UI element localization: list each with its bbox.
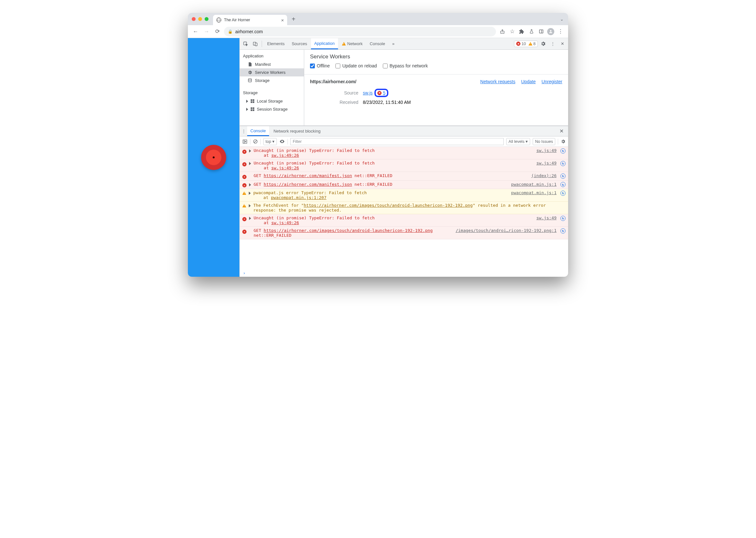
issue-counts[interactable]: ✕10 8 bbox=[514, 41, 538, 47]
source-link[interactable]: https://airhorner.com/images/touch/andro… bbox=[263, 228, 433, 233]
source-link[interactable]: https://airhorner.com/manifest.json bbox=[263, 173, 352, 178]
sidebar-item-service-workers[interactable]: Service Workers bbox=[240, 68, 304, 77]
inspect-icon[interactable] bbox=[241, 39, 250, 48]
tab-elements[interactable]: Elements bbox=[264, 38, 288, 49]
navigate-icon[interactable]: ↻ bbox=[560, 215, 566, 221]
console-row[interactable]: ✕Uncaught (in promise) TypeError: Failed… bbox=[240, 147, 568, 159]
drawer-tab-console[interactable]: Console bbox=[247, 126, 269, 136]
sidebar-item-session-storage[interactable]: Session Storage bbox=[240, 105, 304, 113]
airhorn-button[interactable] bbox=[201, 145, 226, 170]
location-link[interactable]: pwacompat.min.js:1 bbox=[511, 182, 556, 187]
bookmark-icon[interactable]: ☆ bbox=[507, 27, 517, 36]
share-icon[interactable] bbox=[498, 27, 507, 36]
navigate-icon[interactable]: ↻ bbox=[560, 148, 566, 153]
clear-console-icon[interactable] bbox=[253, 139, 258, 144]
sw-origin: https://airhorner.com/ bbox=[310, 79, 356, 84]
location-link[interactable]: sw.js:49 bbox=[536, 161, 556, 165]
reload-button[interactable]: ⟳ bbox=[213, 27, 222, 36]
tab-application[interactable]: Application bbox=[311, 38, 338, 49]
drawer-tab-network-blocking[interactable]: Network request blocking bbox=[270, 126, 324, 136]
tab-network[interactable]: Network bbox=[339, 38, 366, 49]
tabs-more-icon[interactable]: » bbox=[389, 38, 398, 49]
drawer-menu-icon[interactable]: ⋮ bbox=[242, 129, 246, 134]
expand-icon[interactable] bbox=[249, 162, 251, 165]
source-file-link[interactable]: sw.js bbox=[363, 90, 372, 95]
location-link[interactable]: /images/touch/androi…ricon-192-192.png:1 bbox=[456, 228, 556, 233]
new-tab-button[interactable]: + bbox=[289, 16, 298, 23]
expand-icon[interactable] bbox=[249, 149, 251, 153]
tab-sources[interactable]: Sources bbox=[288, 38, 310, 49]
labs-icon[interactable] bbox=[527, 27, 536, 36]
expand-icon[interactable] bbox=[249, 217, 251, 220]
sidebar-item-storage[interactable]: Storage bbox=[240, 77, 304, 84]
navigate-icon[interactable]: ↻ bbox=[560, 182, 566, 188]
error-count-highlight[interactable]: ✕ 5 bbox=[374, 89, 388, 97]
expand-icon[interactable] bbox=[249, 191, 251, 195]
location-link[interactable]: pwacompat.min.js:1 bbox=[511, 190, 556, 195]
close-window-icon[interactable] bbox=[192, 17, 196, 21]
maximize-window-icon[interactable] bbox=[205, 17, 209, 21]
service-workers-panel: Service Workers Offline Update on reload… bbox=[304, 50, 568, 126]
navigate-icon[interactable]: ↻ bbox=[560, 173, 566, 179]
source-link[interactable]: https://airhorner.com/images/touch/andro… bbox=[304, 203, 473, 208]
kebab-icon[interactable]: ⋮ bbox=[548, 39, 557, 48]
grid-icon bbox=[250, 107, 255, 112]
show-sidebar-icon[interactable] bbox=[242, 139, 248, 144]
navigate-icon[interactable]: ↻ bbox=[560, 228, 566, 234]
network-requests-link[interactable]: Network requests bbox=[480, 79, 515, 84]
error-count-link[interactable]: 5 bbox=[383, 90, 385, 95]
close-tab-icon[interactable]: × bbox=[281, 18, 284, 23]
console-settings-icon[interactable] bbox=[561, 139, 566, 144]
error-icon: ✕ bbox=[242, 174, 247, 179]
source-link[interactable]: sw.js:49:26 bbox=[271, 220, 299, 225]
source-link[interactable]: sw.js:49:26 bbox=[271, 165, 299, 170]
source-link[interactable]: pwacompat.min.js:1:207 bbox=[271, 195, 326, 200]
device-toggle-icon[interactable] bbox=[251, 39, 260, 48]
log-levels-selector[interactable]: All levels▾ bbox=[506, 138, 530, 145]
console-prompt[interactable]: › bbox=[240, 269, 568, 277]
side-panel-icon[interactable] bbox=[537, 27, 545, 36]
unregister-link[interactable]: Unregister bbox=[542, 79, 562, 84]
console-row[interactable]: ✕Uncaught (in promise) TypeError: Failed… bbox=[240, 159, 568, 172]
source-link[interactable]: https://airhorner.com/manifest.json bbox=[263, 182, 352, 187]
sidebar-item-manifest[interactable]: Manifest bbox=[240, 60, 304, 68]
tabs-overflow-icon[interactable]: ⌄ bbox=[555, 17, 568, 22]
close-devtools-icon[interactable]: ✕ bbox=[558, 39, 567, 48]
close-drawer-icon[interactable]: ✕ bbox=[557, 128, 566, 134]
console-row[interactable]: ✕GET https://airhorner.com/manifest.json… bbox=[240, 181, 568, 189]
location-link[interactable]: sw.js:49 bbox=[536, 148, 556, 153]
offline-checkbox[interactable]: Offline bbox=[310, 63, 330, 68]
profile-button[interactable] bbox=[546, 27, 555, 36]
back-button[interactable]: ← bbox=[191, 27, 200, 36]
update-on-reload-checkbox[interactable]: Update on reload bbox=[335, 63, 377, 68]
issues-button[interactable]: No Issues bbox=[533, 138, 555, 145]
update-link[interactable]: Update bbox=[521, 79, 536, 84]
expand-icon[interactable] bbox=[249, 204, 251, 207]
filter-input[interactable]: Filter bbox=[290, 138, 504, 145]
tab-console[interactable]: Console bbox=[366, 38, 388, 49]
console-row[interactable]: ✕Uncaught (in promise) TypeError: Failed… bbox=[240, 214, 568, 227]
console-row[interactable]: ✕GET https://airhorner.com/images/touch/… bbox=[240, 227, 568, 239]
sidebar-item-local-storage[interactable]: Local Storage bbox=[240, 97, 304, 105]
console-row[interactable]: pwacompat.js error TypeError: Failed to … bbox=[240, 189, 568, 202]
expand-icon[interactable] bbox=[249, 183, 251, 187]
error-icon: ✕ bbox=[377, 91, 382, 95]
location-link[interactable]: (index):26 bbox=[531, 173, 556, 178]
navigate-icon[interactable]: ↻ bbox=[560, 161, 566, 166]
menu-icon[interactable]: ⋮ bbox=[556, 27, 565, 36]
extensions-icon[interactable] bbox=[517, 27, 526, 36]
console-row[interactable]: The FetchEvent for "https://airhorner.co… bbox=[240, 202, 568, 214]
live-expression-icon[interactable] bbox=[279, 139, 285, 144]
bypass-checkbox[interactable]: Bypass for network bbox=[383, 63, 428, 68]
location-link[interactable]: sw.js:49 bbox=[536, 215, 556, 220]
source-link[interactable]: sw.js:49:26 bbox=[271, 153, 299, 158]
omnibox[interactable]: 🔒 airhorner.com bbox=[224, 27, 496, 36]
minimize-window-icon[interactable] bbox=[198, 17, 202, 21]
console-row[interactable]: ✕GET https://airhorner.com/manifest.json… bbox=[240, 172, 568, 181]
browser-tab[interactable]: The Air Horner × bbox=[213, 15, 287, 25]
navigate-icon[interactable]: ↻ bbox=[560, 190, 566, 196]
settings-icon[interactable] bbox=[539, 39, 547, 48]
panel-title: Service Workers bbox=[310, 54, 562, 60]
error-count: 10 bbox=[521, 42, 526, 46]
context-selector[interactable]: top▾ bbox=[263, 138, 277, 145]
